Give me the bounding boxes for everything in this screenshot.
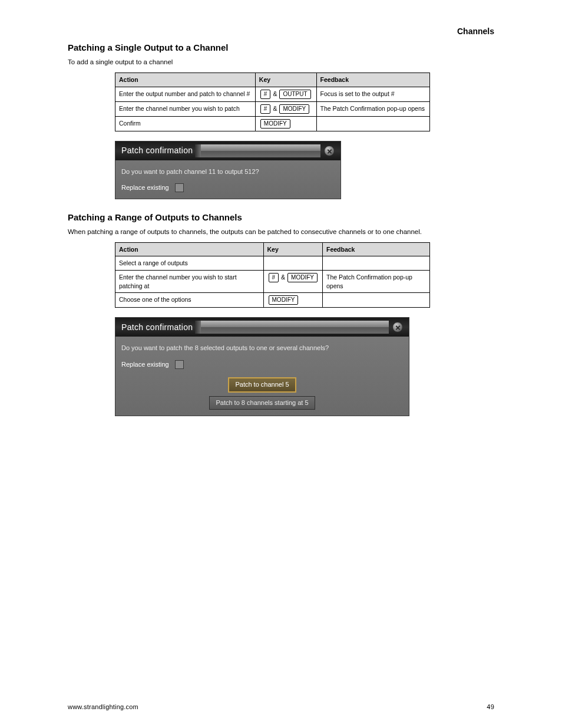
- titlebar-spacer: [201, 144, 320, 157]
- close-icon[interactable]: [324, 146, 335, 156]
- replace-existing-label: Replace existing: [121, 183, 169, 192]
- patch-confirmation-dialog-1: Patch confirmation Do you want to patch …: [115, 141, 341, 199]
- col-feedback: Feedback: [316, 73, 429, 87]
- footer-url: www.strandlighting.com: [68, 703, 138, 711]
- patch-to-channel-button[interactable]: Patch to channel 5: [228, 377, 296, 392]
- key-combiner: &: [273, 90, 277, 97]
- dialog-question: Do you want to patch channel 11 to outpu…: [121, 167, 335, 176]
- table-row: Enter the channel number you wish to sta…: [115, 271, 430, 293]
- keycap: #: [269, 273, 279, 282]
- cell-feedback: [323, 256, 430, 271]
- close-icon[interactable]: [392, 322, 403, 332]
- cell-action: Enter the channel number you wish to sta…: [115, 271, 264, 293]
- table-row: Select a range of outputs: [115, 256, 430, 271]
- cell-key: #&OUTPUT: [255, 87, 316, 101]
- cell-action: Confirm: [115, 116, 256, 131]
- cell-action: Enter the output number and patch to cha…: [115, 87, 256, 101]
- section-heading-patch-range: Patching a Range of Outputs to Channels: [68, 211, 494, 223]
- dialog-title: Patch confirmation: [121, 145, 193, 157]
- replace-existing-checkbox[interactable]: [175, 360, 184, 369]
- replace-existing-checkbox[interactable]: [175, 183, 184, 192]
- titlebar-endcap: [195, 321, 201, 334]
- cell-key: #&MODIFY: [255, 101, 316, 116]
- patch-confirmation-dialog-2: Patch confirmation Do you want to patch …: [115, 317, 409, 416]
- titlebar-spacer: [201, 321, 389, 334]
- table-patch-single: Action Key Feedback Enter the output num…: [115, 73, 430, 131]
- key-combiner: &: [281, 274, 285, 281]
- keycap: OUTPUT: [279, 90, 310, 99]
- cell-key: #&MODIFY: [263, 271, 322, 293]
- table-row: Enter the output number and patch to cha…: [115, 87, 430, 101]
- dialog-question: Do you want to patch the 8 selected outp…: [121, 344, 403, 353]
- table-row: Enter the channel number you wish to pat…: [115, 101, 430, 116]
- cell-action: Select a range of outputs: [115, 256, 264, 271]
- keycap: MODIFY: [279, 104, 309, 114]
- titlebar-endcap: [195, 144, 201, 157]
- replace-existing-label: Replace existing: [121, 360, 169, 369]
- cell-action: Enter the channel number you wish to pat…: [115, 101, 256, 116]
- col-key: Key: [263, 242, 322, 256]
- dialog-titlebar: Patch confirmation: [115, 318, 409, 337]
- cell-action: Choose one of the options: [115, 293, 264, 308]
- section-intro-2: When patching a range of outputs to chan…: [68, 227, 494, 236]
- dialog-titlebar: Patch confirmation: [115, 141, 340, 160]
- key-combiner: &: [273, 105, 277, 112]
- cell-feedback: [316, 116, 429, 131]
- footer-page-number: 49: [487, 703, 494, 711]
- col-action: Action: [115, 73, 256, 87]
- table-row: ConfirmMODIFY: [115, 116, 430, 131]
- section-intro-1: To add a single output to a channel: [68, 57, 494, 67]
- cell-feedback: The Patch Confirmation pop-up opens: [316, 101, 429, 116]
- patch-to-channels-starting-button[interactable]: Patch to 8 channels starting at 5: [209, 396, 315, 410]
- col-action: Action: [115, 242, 264, 256]
- table-row: Choose one of the optionsMODIFY: [115, 293, 430, 308]
- col-key: Key: [255, 73, 316, 87]
- keycap: #: [260, 104, 271, 114]
- dialog-title: Patch confirmation: [121, 322, 193, 334]
- keycap: MODIFY: [269, 295, 299, 305]
- col-feedback: Feedback: [323, 242, 430, 256]
- cell-key: MODIFY: [263, 293, 322, 308]
- keycap: MODIFY: [287, 273, 318, 282]
- cell-feedback: The Patch Confirmation pop-up opens: [323, 271, 430, 293]
- cell-key: [263, 256, 322, 271]
- table-patch-range: Action Key Feedback Select a range of ou…: [115, 242, 430, 308]
- keycap: #: [260, 90, 271, 99]
- cell-key: MODIFY: [255, 116, 316, 131]
- section-heading-patch-single: Patching a Single Output to a Channel: [68, 41, 494, 54]
- cell-feedback: Focus is set to the output #: [316, 87, 429, 101]
- keycap: MODIFY: [260, 119, 290, 129]
- cell-feedback: [323, 293, 430, 308]
- page-section-header: Channels: [457, 26, 494, 38]
